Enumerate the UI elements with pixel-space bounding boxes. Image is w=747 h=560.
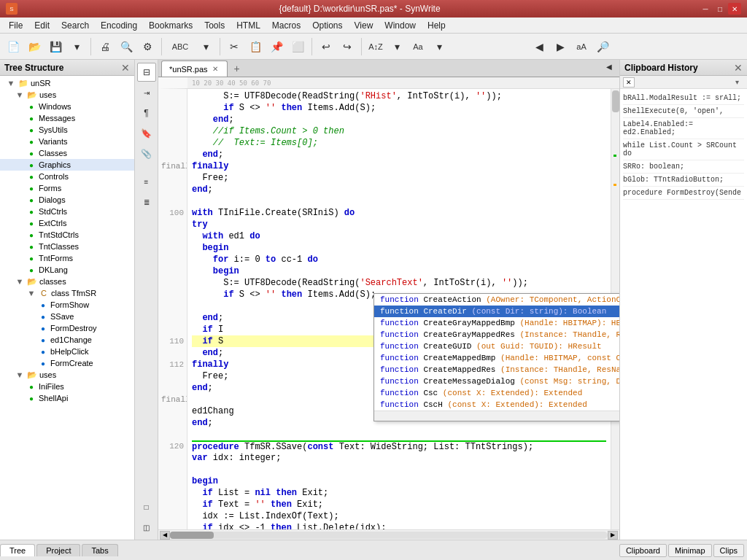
copy-button[interactable]: 📋 (245, 36, 266, 57)
tree-item[interactable]: ● Messages (0, 112, 134, 124)
sidebar-icon-para[interactable]: ¶ (137, 104, 156, 122)
close-button[interactable]: ✕ (728, 3, 741, 15)
replace-button[interactable]: ⚙ (137, 36, 158, 57)
tree-item[interactable]: ● Classes (0, 147, 134, 159)
case-button[interactable]: Aa (408, 36, 428, 57)
tree-item[interactable]: ● bHelpClick (0, 346, 134, 357)
tab-scroll-left[interactable]: ◀ (599, 56, 619, 77)
tree-item[interactable]: ● Dialogs (0, 194, 134, 206)
tab-close-button[interactable]: ✕ (211, 64, 220, 74)
clips-button[interactable]: Clips (713, 544, 744, 557)
tree-item[interactable]: ▼ C class TfmSR (0, 287, 134, 299)
editor-container[interactable]: finally 100 110 112 fina (158, 89, 619, 529)
new-button[interactable]: 📄 (3, 36, 23, 57)
hscroll-right[interactable]: ▶ (608, 531, 618, 540)
menu-view[interactable]: View (349, 18, 379, 34)
ac-item[interactable]: function CreateGrayMappedBmp (Handle: HB… (374, 317, 619, 329)
save-button[interactable]: 💾 (45, 36, 66, 57)
undo-button[interactable]: ↩ (316, 36, 336, 57)
hscroll-left[interactable]: ◀ (160, 531, 170, 540)
sort-button[interactable]: A↕Z (365, 36, 386, 57)
tree-item[interactable]: ● ed1Change (0, 334, 134, 346)
tab-add-button[interactable]: + (229, 61, 245, 77)
menu-bookmarks[interactable]: Bookmarks (143, 18, 198, 34)
save-dropdown[interactable]: ▾ (66, 36, 87, 57)
tree-item[interactable]: ● TntStdCtrls (0, 229, 134, 241)
menu-macros[interactable]: Macros (266, 18, 306, 34)
autocomplete-popup[interactable]: function CreateAction (AOwner: TComponen… (374, 293, 619, 421)
tree-item[interactable]: ● DKLang (0, 264, 134, 276)
ac-item[interactable]: function CreateMappedRes (Instance: THan… (374, 364, 619, 376)
tree-item[interactable]: ● FormCreate (0, 357, 134, 369)
clipboard-item[interactable]: bRAll.ModalResult := srAll; (623, 92, 744, 105)
nav-back[interactable]: ◀ (529, 36, 549, 57)
spell-dropdown[interactable]: ▾ (196, 36, 216, 57)
clipboard-clear-button[interactable]: ✕ (623, 77, 635, 88)
ac-item[interactable]: function CreateGrayMappedRes (Instance: … (374, 329, 619, 341)
ac-item-selected[interactable]: function CreateDir (const Dir: string): … (374, 306, 619, 317)
clipboard-close-button[interactable]: ✕ (734, 62, 743, 74)
sort-dropdown[interactable]: ▾ (387, 36, 407, 57)
print-button[interactable]: 🖨 (95, 36, 115, 57)
menu-edit[interactable]: Edit (28, 18, 55, 34)
sidebar-icon-list[interactable]: ≡ (137, 172, 156, 191)
menu-options[interactable]: Options (306, 18, 348, 34)
menu-file[interactable]: File (3, 18, 28, 34)
spell-button[interactable]: ABC (166, 36, 195, 57)
tree-item[interactable]: ● Graphics (0, 159, 134, 171)
hscroll-track[interactable] (170, 532, 608, 539)
tree-close-button[interactable]: ✕ (121, 62, 130, 74)
cut-button[interactable]: ✂ (224, 36, 244, 57)
horizontal-scrollbar[interactable]: ◀ ▶ (158, 529, 619, 540)
menu-tools[interactable]: Tools (198, 18, 231, 34)
clipboard-item[interactable]: Label4.Enabled:= ed2.Enabled; (623, 118, 744, 139)
minimize-button[interactable]: ─ (699, 3, 712, 15)
tree-item[interactable]: ● TntClasses (0, 241, 134, 252)
bottom-tab-project[interactable]: Project (36, 544, 80, 556)
sidebar-icon-list2[interactable]: ≣ (137, 192, 156, 211)
tree-item[interactable]: ▼ 📂 uses (0, 369, 134, 381)
bottom-tab-tree[interactable]: Tree (0, 544, 35, 556)
find-button[interactable]: 🔍 (116, 36, 136, 57)
minimap-button[interactable]: Minimap (668, 544, 712, 557)
tree-item[interactable]: ● Controls (0, 171, 134, 182)
case-dropdown[interactable]: ▾ (429, 36, 449, 57)
maximize-button[interactable]: □ (713, 3, 727, 15)
tree-item[interactable]: ● ExtCtrls (0, 217, 134, 229)
sidebar-icon-bookmark2[interactable]: 📎 (137, 144, 156, 163)
ac-item[interactable]: function CreateAction (AOwner: TComponen… (374, 294, 619, 306)
tree-item[interactable]: ● TntForms (0, 252, 134, 264)
tree-item[interactable]: ▼ 📂 uses (0, 89, 134, 101)
sidebar-icon-bottom2[interactable]: ◫ (137, 518, 156, 537)
ac-item[interactable]: function CreateMessageDialog (const Msg:… (374, 376, 619, 387)
format-button[interactable]: ⬜ (287, 36, 308, 57)
tree-item[interactable]: ● SysUtils (0, 124, 134, 136)
hscroll-thumb[interactable] (170, 532, 214, 539)
menu-help[interactable]: Help (422, 18, 452, 34)
open-button[interactable]: 📂 (24, 36, 44, 57)
clipboard-panel-button[interactable]: Clipboard (619, 544, 667, 557)
redo-button[interactable]: ↪ (337, 36, 357, 57)
tab-unsrpas[interactable]: *unSR.pas ✕ (161, 61, 228, 77)
clipboard-dropdown[interactable]: ▾ (735, 78, 744, 86)
tree-item[interactable]: ● Variants (0, 136, 134, 147)
clipboard-item[interactable]: procedure FormDestroy(Sende (623, 187, 744, 200)
bottom-tab-tabs[interactable]: Tabs (82, 544, 117, 556)
sidebar-icon-bottom1[interactable]: □ (137, 497, 156, 516)
clipboard-item[interactable]: bGlob: TTntRadioButton; (623, 174, 744, 187)
menu-search[interactable]: Search (55, 18, 95, 34)
paste-button[interactable]: 📌 (266, 36, 287, 57)
tree-item[interactable]: ● SSave (0, 311, 134, 322)
clipboard-item[interactable]: ShellExecute(0, 'open', (623, 105, 744, 118)
tree-item[interactable]: ▼ 📂 classes (0, 276, 134, 287)
font-size-button[interactable]: aA (571, 36, 592, 57)
nav-forward[interactable]: ▶ (550, 36, 570, 57)
sidebar-icon-bookmark[interactable]: 🔖 (137, 124, 156, 143)
sidebar-icon-indent[interactable]: ⇥ (137, 83, 156, 102)
tree-item[interactable]: ▼ 📁 unSR (0, 77, 134, 89)
tree-item[interactable]: ● FormShow (0, 299, 134, 311)
tree-item[interactable]: ● Windows (0, 101, 134, 112)
search-toolbar[interactable]: 🔎 (592, 36, 613, 57)
clipboard-item[interactable]: while List.Count > SRCount do (623, 139, 744, 160)
tree-item[interactable]: ● FormDestroy (0, 322, 134, 334)
